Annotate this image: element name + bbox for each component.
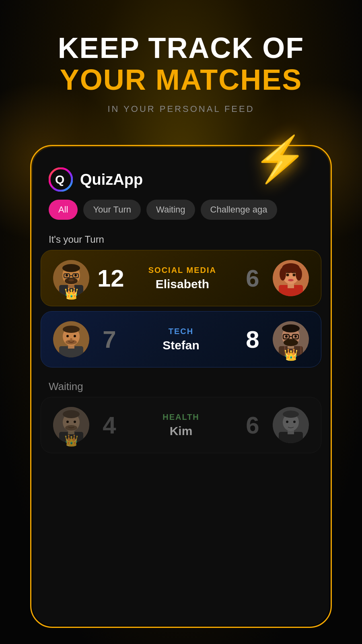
svg-point-46 bbox=[294, 335, 297, 338]
match-card-1[interactable]: 👑 12 SOCIAL MEDIA Elisabeth 6 bbox=[41, 250, 321, 306]
match-opponent-2: Stefan bbox=[130, 339, 232, 352]
svg-point-23 bbox=[288, 279, 294, 281]
player-score-2: 7 bbox=[97, 326, 121, 353]
opponent-score-2: 8 bbox=[241, 326, 265, 353]
opponent-avatar-1 bbox=[273, 260, 309, 296]
svg-point-31 bbox=[70, 338, 72, 340]
section-waiting-label: Waiting bbox=[33, 372, 329, 397]
match-category-2: TECH bbox=[130, 327, 232, 336]
match-cards-list: 👑 12 SOCIAL MEDIA Elisabeth 6 bbox=[33, 250, 329, 372]
svg-point-20 bbox=[296, 268, 302, 281]
opponent-face-1 bbox=[273, 260, 309, 296]
svg-point-53 bbox=[74, 421, 76, 423]
svg-point-28 bbox=[63, 326, 80, 333]
app-logo: Q bbox=[49, 167, 73, 192]
tab-waiting[interactable]: Waiting bbox=[146, 200, 195, 220]
section-your-turn-label: It's your Turn bbox=[33, 228, 329, 250]
svg-point-40 bbox=[282, 324, 300, 332]
opponent-avatar-2: 👑 bbox=[273, 321, 309, 357]
lightning-icon: ⚡ bbox=[253, 137, 308, 181]
svg-point-6 bbox=[62, 264, 80, 272]
match-opponent-1: Elisabeth bbox=[132, 277, 232, 291]
svg-point-44 bbox=[284, 339, 298, 346]
opponent-crown-2: 👑 bbox=[284, 349, 298, 361]
player-face-2 bbox=[53, 321, 89, 357]
headline-line2: YOUR MATCHES bbox=[0, 64, 362, 96]
match-card-3[interactable]: 👑 4 HEALTH Kim 6 bbox=[41, 397, 321, 453]
player-crown-3: 👑 bbox=[64, 435, 78, 446]
tab-all[interactable]: All bbox=[49, 200, 78, 220]
opponent-score-1: 6 bbox=[241, 264, 265, 292]
svg-point-19 bbox=[280, 268, 286, 281]
header: KEEP TRACK OF YOUR MATCHES IN YOUR PERSO… bbox=[0, 0, 362, 114]
tab-your-turn[interactable]: Your Turn bbox=[83, 200, 141, 220]
opponent-face-3 bbox=[273, 407, 309, 443]
svg-point-13 bbox=[74, 274, 77, 277]
svg-point-54 bbox=[65, 425, 77, 431]
match-category-3: HEALTH bbox=[130, 413, 232, 422]
svg-point-21 bbox=[286, 274, 289, 277]
headline-line1: KEEP TRACK OF bbox=[0, 32, 362, 64]
app-name: QuizApp bbox=[80, 171, 143, 188]
opponent-score-3: 6 bbox=[241, 411, 265, 439]
svg-point-59 bbox=[283, 411, 299, 418]
waiting-match-cards: 👑 4 HEALTH Kim 6 bbox=[33, 397, 329, 458]
svg-text:Q: Q bbox=[55, 173, 64, 186]
svg-point-51 bbox=[63, 410, 80, 418]
page-content: KEEP TRACK OF YOUR MATCHES IN YOUR PERSO… bbox=[0, 0, 362, 644]
match-opponent-3: Kim bbox=[130, 424, 232, 438]
tab-challenge[interactable]: Challenge aga bbox=[201, 200, 277, 220]
phone-screen: Q QuizApp All Your Turn Waiting Challeng… bbox=[33, 147, 329, 625]
svg-point-12 bbox=[66, 274, 68, 277]
match-info-2: TECH Stefan bbox=[130, 327, 232, 352]
svg-point-29 bbox=[66, 335, 69, 337]
filter-tabs: All Your Turn Waiting Challenge aga bbox=[33, 200, 329, 228]
player-crown-1: 👑 bbox=[64, 288, 78, 299]
player-avatar-3: 👑 bbox=[53, 407, 89, 443]
match-info-1: SOCIAL MEDIA Elisabeth bbox=[132, 266, 232, 291]
opponent-avatar-3 bbox=[273, 407, 309, 443]
match-card-2[interactable]: 7 TECH Stefan 8 bbox=[41, 311, 321, 367]
player-score-3: 4 bbox=[97, 411, 121, 439]
svg-point-22 bbox=[293, 274, 296, 277]
player-avatar-1: 👑 bbox=[53, 260, 89, 296]
svg-point-11 bbox=[68, 279, 74, 281]
player-score-1: 12 bbox=[97, 264, 124, 292]
phone-mockup: ⚡ bbox=[30, 145, 332, 628]
svg-point-60 bbox=[286, 421, 288, 423]
svg-point-32 bbox=[66, 340, 77, 345]
svg-point-45 bbox=[285, 335, 288, 338]
match-category-1: SOCIAL MEDIA bbox=[132, 266, 232, 275]
svg-point-52 bbox=[66, 421, 69, 423]
svg-point-61 bbox=[293, 421, 296, 423]
player-avatar-2 bbox=[53, 321, 89, 357]
match-info-3: HEALTH Kim bbox=[130, 413, 232, 438]
header-subtitle: IN YOUR PERSONAL FEED bbox=[0, 104, 362, 114]
svg-point-30 bbox=[74, 335, 76, 337]
